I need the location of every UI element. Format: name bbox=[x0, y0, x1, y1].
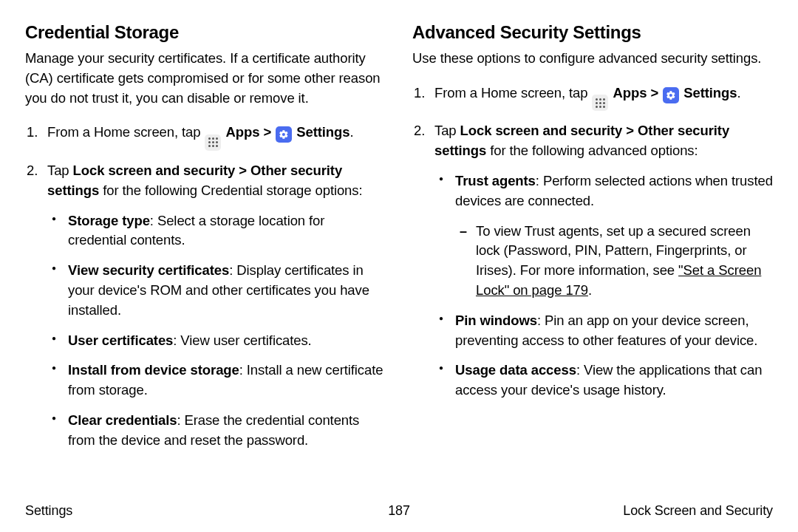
credential-options: Storage type: Select a storage location … bbox=[47, 211, 386, 451]
page-footer: Settings 187 Lock Screen and Security bbox=[25, 503, 773, 519]
settings-icon bbox=[276, 126, 292, 143]
footer-left: Settings bbox=[25, 503, 72, 519]
right-column: Advanced Security Settings Use these opt… bbox=[412, 22, 773, 495]
list-item: Usage data access: View the applications… bbox=[434, 361, 773, 400]
step-1-pre: From a Home screen, tap bbox=[434, 85, 591, 100]
step-2: Tap Lock screen and security > Other sec… bbox=[412, 121, 773, 400]
apps-icon bbox=[592, 95, 608, 111]
apps-label: Apps bbox=[613, 85, 647, 100]
advanced-options: Trust agents: Perform selected actions w… bbox=[434, 171, 773, 400]
chevron: > bbox=[263, 124, 275, 140]
step-2-post: for the following advanced options: bbox=[486, 143, 698, 158]
step-1: From a Home screen, tap Apps > Settings. bbox=[412, 83, 773, 112]
credential-storage-heading: Credential Storage bbox=[25, 22, 386, 43]
list-item: Clear credentials: Erase the credential … bbox=[47, 411, 386, 451]
apps-label: Apps bbox=[226, 124, 260, 140]
settings-icon bbox=[663, 87, 679, 103]
advanced-security-intro: Use these options to configure advanced … bbox=[412, 49, 773, 69]
left-column: Credential Storage Manage your security … bbox=[25, 22, 386, 495]
chevron: > bbox=[650, 85, 662, 100]
step-2-pre: Tap bbox=[47, 163, 73, 178]
list-item: Pin windows: Pin an app on your device s… bbox=[434, 311, 773, 351]
step-2-pre: Tap bbox=[434, 123, 460, 138]
page-columns: Credential Storage Manage your security … bbox=[25, 22, 773, 495]
advanced-security-heading: Advanced Security Settings bbox=[412, 22, 773, 43]
step-2-post: for the following Credential storage opt… bbox=[99, 183, 362, 198]
footer-right: Lock Screen and Security bbox=[623, 503, 773, 519]
settings-label: Settings bbox=[683, 85, 737, 100]
list-item: User certificates: View user certificate… bbox=[47, 331, 386, 351]
period: . bbox=[349, 124, 353, 140]
list-item: Install from device storage: Install a n… bbox=[47, 361, 386, 400]
settings-label: Settings bbox=[296, 124, 349, 140]
sub-post: . bbox=[588, 282, 592, 298]
page-number: 187 bbox=[388, 503, 410, 519]
period: . bbox=[737, 85, 740, 100]
step-1-pre: From a Home screen, tap bbox=[47, 124, 204, 140]
advanced-steps: From a Home screen, tap Apps > Settings.… bbox=[412, 83, 773, 400]
credential-steps: From a Home screen, tap Apps > Settings.… bbox=[25, 123, 386, 450]
list-item: Trust agents: Perform selected actions w… bbox=[434, 171, 773, 301]
step-1: From a Home screen, tap Apps > Settings. bbox=[25, 123, 386, 151]
trust-agents-sublist: To view Trust agents, set up a secured s… bbox=[455, 222, 773, 301]
credential-storage-intro: Manage your security certificates. If a … bbox=[25, 49, 386, 108]
list-item: To view Trust agents, set up a secured s… bbox=[455, 222, 773, 301]
list-item: View security certificates: Display cert… bbox=[47, 261, 386, 320]
list-item: Storage type: Select a storage location … bbox=[47, 211, 386, 251]
apps-icon bbox=[205, 134, 221, 151]
step-2: Tap Lock screen and security > Other sec… bbox=[25, 161, 386, 451]
